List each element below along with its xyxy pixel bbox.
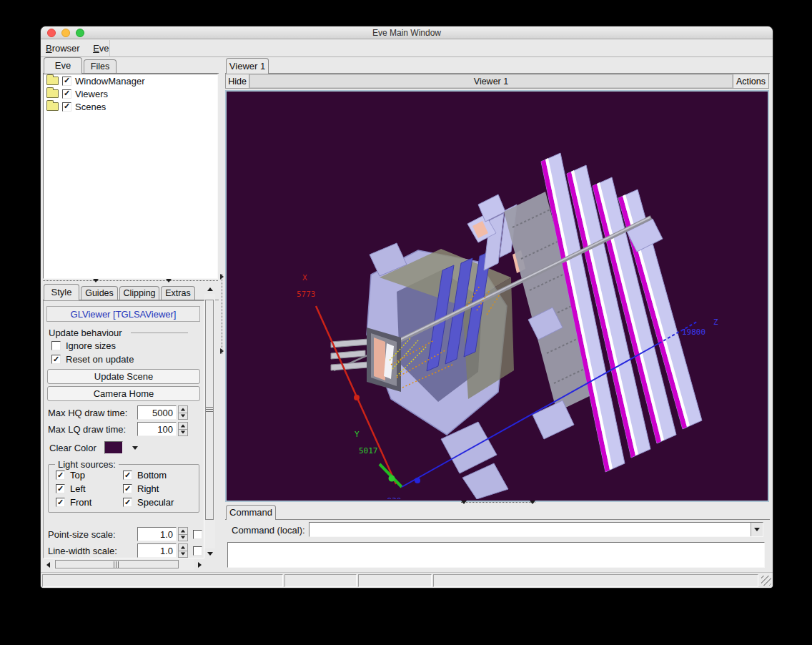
gl-viewport-frame: X 5773 Y 5017 Z 19800 -930: [225, 90, 769, 502]
glviewer-link[interactable]: GLViewer [TGLSAViewer]: [46, 306, 200, 322]
tab-extras[interactable]: Extras: [161, 286, 195, 300]
tree-item-windowmanager[interactable]: ✓ WindowManager: [44, 74, 217, 87]
z-axis-label: Z: [713, 317, 718, 327]
tab-command[interactable]: Command: [226, 505, 276, 520]
editor-horizontal-scrollbar[interactable]: [43, 559, 204, 570]
thumb-grip: [114, 561, 120, 568]
window-title: Eve Main Window: [41, 28, 773, 38]
tab-files[interactable]: Files: [84, 59, 117, 74]
tab-viewer1[interactable]: Viewer 1: [226, 58, 269, 74]
tree-item-label: Scenes: [75, 102, 106, 112]
light-top-checkbox[interactable]: ✓: [56, 471, 65, 480]
spin-down-button[interactable]: [178, 430, 188, 437]
light-front-label: Front: [70, 497, 91, 508]
tab-style[interactable]: Style: [44, 284, 79, 300]
command-combobox: [309, 522, 763, 537]
scrollbar-thumb[interactable]: [205, 300, 214, 520]
command-tabline: [225, 519, 770, 520]
spin-up-button[interactable]: [178, 405, 188, 413]
tree-checkbox[interactable]: ✓: [62, 89, 71, 99]
panel-vertical-splitter[interactable]: [219, 274, 225, 354]
viewer-command-splitter[interactable]: [461, 500, 535, 506]
menu-browser[interactable]: Browser: [41, 43, 85, 54]
tab-eve[interactable]: Eve: [44, 57, 82, 74]
actions-button[interactable]: Actions: [733, 74, 768, 88]
tree-editor-splitter[interactable]: [43, 278, 218, 284]
scroll-up-button[interactable]: [204, 284, 215, 294]
tree-item-scenes[interactable]: ✓ Scenes: [44, 100, 217, 113]
spin-buttons: [178, 405, 188, 420]
checkmark: ✓: [124, 471, 131, 479]
resize-grip[interactable]: [761, 576, 771, 586]
gl-scene[interactable]: X 5773 Y 5017 Z 19800 -930: [227, 92, 768, 501]
y-axis-value: 5017: [359, 446, 378, 456]
y-axis-label: Y: [355, 430, 360, 439]
spin-up-button[interactable]: [178, 543, 188, 551]
spin-buttons: [178, 543, 188, 558]
light-specular-checkbox[interactable]: ✓: [123, 498, 132, 507]
spin-up-button[interactable]: [178, 527, 188, 535]
detector-3d-view[interactable]: X 5773 Y 5017 Z 19800 -930: [227, 92, 768, 499]
command-output[interactable]: [227, 542, 765, 568]
chevron-right-icon: [220, 348, 224, 354]
max-hq-label: Max HQ draw time:: [48, 408, 132, 418]
reset-on-update-checkbox[interactable]: ✓: [51, 355, 61, 364]
color-dropdown-arrow-icon[interactable]: [132, 446, 138, 450]
clear-color-row: Clear Color: [49, 441, 138, 454]
spin-down-button[interactable]: [178, 551, 188, 558]
line-width-value[interactable]: 1.0: [137, 543, 177, 558]
reset-on-update-row: ✓ Reset on update: [51, 354, 134, 365]
light-sources-group: Light sources: ✓ Top ✓ Bottom ✓ Left ✓ R…: [48, 464, 199, 513]
command-dropdown-button[interactable]: [751, 523, 763, 536]
max-hq-spinbox: 5000: [137, 405, 188, 420]
line-width-label: Line-width scale:: [48, 546, 132, 556]
max-hq-value[interactable]: 5000: [137, 405, 177, 420]
scroll-right-button[interactable]: [194, 559, 204, 570]
light-right-label: Right: [137, 483, 159, 494]
checkmark: ✓: [57, 498, 64, 506]
hide-button[interactable]: Hide: [226, 74, 249, 88]
statusbar: [41, 572, 773, 588]
ignore-sizes-checkbox[interactable]: [51, 341, 61, 350]
line-width-row: Line-width scale: 1.0: [48, 543, 202, 558]
spin-down-button[interactable]: [178, 413, 188, 420]
z-axis-value: 19800: [682, 328, 705, 337]
max-lq-value[interactable]: 100: [137, 422, 177, 436]
viewer-titlebar[interactable]: Viewer 1: [249, 74, 733, 88]
editor-vertical-scrollbar[interactable]: [204, 284, 215, 558]
titlebar[interactable]: Eve Main Window: [41, 26, 773, 39]
checkmark: ✓: [53, 355, 59, 363]
max-lq-row: Max LQ draw time: 100: [48, 422, 188, 436]
light-front-checkbox[interactable]: ✓: [56, 498, 65, 507]
light-right-checkbox[interactable]: ✓: [123, 484, 132, 493]
spin-down-button[interactable]: [178, 535, 188, 542]
checkmark: ✓: [64, 77, 70, 84]
tree-checkbox[interactable]: ✓: [62, 77, 71, 86]
scroll-left-button[interactable]: [43, 559, 53, 570]
line-width-checkbox[interactable]: [193, 546, 202, 556]
scrollbar-thumb[interactable]: [55, 560, 179, 568]
splitter-dotted-line: [461, 502, 535, 503]
light-left-checkbox[interactable]: ✓: [56, 484, 65, 493]
spin-buttons: [178, 527, 188, 541]
tree-item-viewers[interactable]: ✓ Viewers: [44, 87, 217, 100]
update-scene-button[interactable]: Update Scene: [47, 369, 200, 384]
tab-clipping[interactable]: Clipping: [119, 286, 159, 300]
point-size-checkbox[interactable]: [193, 530, 202, 539]
tab-guides[interactable]: Guides: [81, 286, 118, 300]
max-lq-spinbox: 100: [137, 422, 188, 436]
point-size-value[interactable]: 1.0: [137, 527, 177, 541]
x-axis-value: 5773: [297, 290, 316, 299]
tree-checkbox[interactable]: ✓: [62, 102, 71, 112]
chevron-right-icon: [220, 274, 224, 280]
scroll-down-button[interactable]: [204, 548, 215, 558]
menu-eve[interactable]: Eve: [88, 43, 114, 54]
spin-up-button[interactable]: [178, 422, 188, 430]
clear-color-swatch[interactable]: [104, 441, 123, 454]
camera-home-button[interactable]: Camera Home: [47, 386, 200, 401]
command-input[interactable]: [310, 523, 751, 536]
spin-buttons: [178, 422, 188, 436]
chevron-down-icon: [166, 279, 172, 282]
light-bottom-checkbox[interactable]: ✓: [123, 471, 132, 480]
status-section-1: [42, 574, 283, 587]
